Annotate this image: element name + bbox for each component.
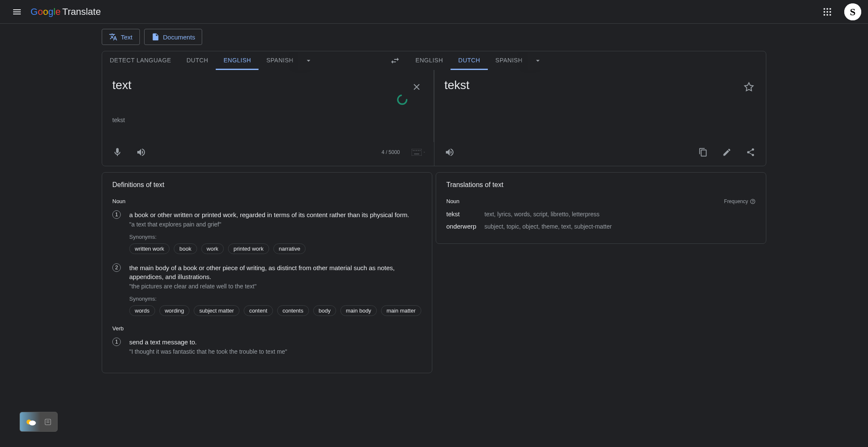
character-count: 4 / 5000 [381,149,400,155]
swap-icon [390,56,400,66]
source-tab-spanish[interactable]: SPANISH [259,51,301,70]
svg-point-11 [398,95,406,104]
frequency-label: Frequency [724,198,756,204]
definition-text: a book or other written or printed work,… [129,210,422,219]
definition-item: 2the main body of a book or other piece … [112,263,422,316]
synonym-chip[interactable]: contents [277,305,309,316]
translation-row[interactable]: onderwerpsubject, topic, object, theme, … [446,223,756,230]
definition-number: 1 [112,338,121,346]
help-icon[interactable] [750,198,756,204]
synonyms-label: Synonyms: [129,296,422,302]
synonym-chip[interactable]: body [313,305,336,316]
synonym-chip[interactable]: main matter [381,305,421,316]
account-avatar[interactable]: S [844,3,861,20]
translation-row[interactable]: teksttext, lyrics, words, script, libret… [446,210,756,218]
star-icon [744,82,754,92]
synonym-chip[interactable]: words [129,305,155,316]
share-translation-button[interactable] [742,144,759,161]
save-translation-button[interactable] [740,78,757,95]
loading-spinner [396,94,408,106]
source-language-more[interactable] [298,51,319,70]
back-translations: text, lyrics, words, script, libretto, l… [484,211,756,218]
source-text-input[interactable]: text [112,78,423,92]
svg-point-1 [826,8,828,10]
definitions-panel: Definitions of text Noun1a book or other… [102,172,432,373]
text-mode-button[interactable]: Text [102,29,140,45]
app-name: Translate [62,6,101,17]
synonym-chip[interactable]: book [174,243,197,254]
source-tab-english[interactable]: ENGLISH [216,51,259,70]
dropdown-icon [423,151,426,154]
target-tab-dutch[interactable]: DUTCH [451,51,488,70]
translate-icon [109,33,117,41]
definition-example: "I thought it was fantastic that he took… [129,348,422,355]
definition-example: "a text that explores pain and grief" [129,221,422,228]
language-bar: DETECT LANGUAGE DUTCH ENGLISH SPANISH EN… [102,51,766,70]
chevron-down-icon [534,56,542,65]
suggest-edit-button[interactable] [718,144,735,161]
synonym-chip[interactable]: main body [340,305,377,316]
translation-word: onderwerp [446,223,484,230]
main-menu-button[interactable] [7,2,27,22]
synonyms-label: Synonyms: [129,234,422,240]
input-suggestion[interactable]: tekst [112,117,423,123]
copy-icon [698,148,708,157]
logo[interactable]: Google Translate [31,6,101,17]
copy-translation-button[interactable] [695,144,712,161]
target-language-tabs: ENGLISH DUTCH SPANISH [408,51,530,70]
part-of-speech-label: Noun [112,198,422,204]
speaker-icon [445,147,455,157]
google-logo: Google [31,6,61,17]
synonym-chip[interactable]: written work [129,243,170,254]
synonym-chip[interactable]: narrative [273,243,306,254]
source-tab-dutch[interactable]: DUTCH [179,51,216,70]
main-content: Text Documents DETECT LANGUAGE DUTCH ENG… [0,24,868,373]
keyboard-button[interactable] [410,144,427,161]
definitions-title: Definitions of text [112,181,422,189]
listen-source-button[interactable] [133,144,150,161]
translation-word: tekst [446,210,484,218]
translate-container: DETECT LANGUAGE DUTCH ENGLISH SPANISH EN… [102,51,766,166]
svg-text:S: S [850,6,855,17]
svg-point-8 [829,14,831,16]
svg-rect-13 [413,150,414,151]
definition-text: send a text message to. [129,338,422,346]
chevron-down-icon [304,56,313,65]
weather-widget[interactable] [19,412,58,432]
synonym-chip[interactable]: subject matter [194,305,239,316]
synonyms-list: written workbookworkprinted worknarrativ… [129,243,422,254]
swap-languages-button[interactable] [385,51,405,70]
text-mode-label: Text [121,34,133,41]
svg-rect-17 [420,150,420,151]
clear-input-button[interactable] [408,78,425,95]
definition-text: the main body of a book or other piece o… [129,263,422,281]
synonym-chip[interactable]: wording [159,305,190,316]
listen-target-button[interactable] [441,144,458,161]
svg-point-7 [826,14,828,16]
svg-point-5 [829,11,831,13]
synonym-chip[interactable]: content [244,305,273,316]
synonym-chip[interactable]: work [201,243,224,254]
svg-point-20 [29,420,36,425]
definition-number: 2 [112,263,121,272]
part-of-speech-label: Noun [446,198,459,204]
documents-mode-button[interactable]: Documents [144,29,203,45]
voice-input-button[interactable] [109,144,126,161]
translations-title: Translations of text [446,181,756,189]
svg-rect-21 [45,419,50,425]
svg-rect-15 [416,150,417,151]
synonym-chip[interactable]: printed work [228,243,269,254]
target-tab-spanish[interactable]: SPANISH [488,51,530,70]
definition-item: 1send a text message to."I thought it wa… [112,338,422,355]
source-tab-detect[interactable]: DETECT LANGUAGE [102,51,179,70]
speaker-icon [136,147,146,157]
synonyms-list: wordswordingsubject mattercontentcontent… [129,305,422,316]
google-apps-button[interactable] [817,2,837,22]
svg-point-0 [823,8,825,10]
svg-rect-12 [412,149,422,156]
target-language-more[interactable] [528,51,548,70]
target-tab-english[interactable]: ENGLISH [408,51,451,70]
document-icon [151,33,160,41]
back-translations: subject, topic, object, theme, text, sub… [484,223,756,230]
svg-rect-14 [415,150,415,151]
